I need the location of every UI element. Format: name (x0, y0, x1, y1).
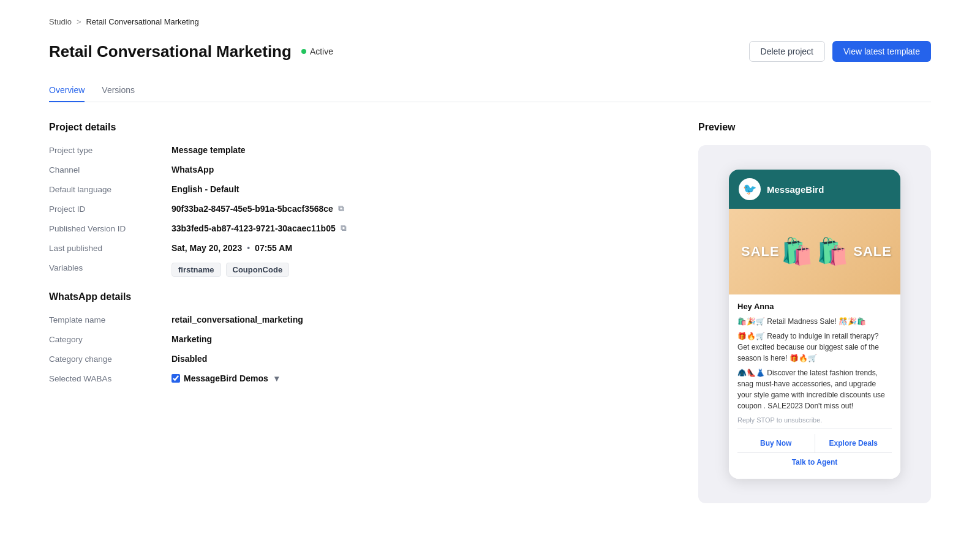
detail-row-published-version-id: Published Version ID 33b3fed5-ab87-4123-… (49, 223, 674, 233)
header-left: Retail Conversational Marketing Active (49, 42, 333, 61)
detail-row-template-name: Template name retail_conversational_mark… (49, 315, 674, 324)
label-category-change: Category change (49, 354, 172, 364)
detail-row-language: Default language English - Default (49, 184, 674, 194)
value-template-name: retail_conversational_marketing (172, 315, 674, 324)
waba-row: MessageBird Demos ▾ (172, 373, 279, 383)
copy-project-id-icon[interactable]: ⧉ (338, 204, 344, 214)
detail-row-last-published: Last published Sat, May 20, 2023 • 07:55… (49, 243, 674, 253)
tab-versions[interactable]: Versions (102, 79, 135, 102)
label-channel: Channel (49, 165, 172, 174)
view-latest-template-button[interactable]: View latest template (832, 41, 931, 62)
preview-title: Preview (698, 122, 931, 133)
published-date: Sat, May 20, 2023 (172, 243, 242, 253)
detail-row-channel: Channel WhatsApp (49, 165, 674, 174)
value-project-id: 90f33ba2-8457-45e5-b91a-5bcacf3568ce ⧉ (172, 204, 674, 214)
bag-left: 🛍️ (781, 239, 813, 264)
status-label: Active (310, 47, 333, 56)
whatsapp-details-title: WhatsApp details (49, 291, 674, 302)
label-last-published: Last published (49, 243, 172, 253)
detail-row-category-change: Category change Disabled (49, 354, 674, 364)
detail-row-selected-wabas: Selected WABAs MessageBird Demos ▾ (49, 373, 674, 383)
tags-row: firstname CouponCode (172, 263, 289, 277)
phone-mockup: 🐦 MessageBird 🛍️ 🛍️ SALE SALE (729, 170, 900, 479)
page-header: Retail Conversational Marketing Active D… (49, 41, 931, 62)
message-unsub: Reply STOP to unsubscribe. (737, 416, 892, 424)
tag-couponcode: CouponCode (226, 263, 290, 277)
detail-row-variables: Variables firstname CouponCode (49, 263, 674, 277)
value-channel: WhatsApp (172, 165, 674, 174)
bag-right: 🛍️ (816, 239, 848, 264)
label-project-type: Project type (49, 145, 172, 155)
breadcrumb-parent[interactable]: Studio (49, 17, 72, 26)
project-details-title: Project details (49, 122, 674, 133)
tabs: Overview Versions (49, 79, 931, 102)
value-last-published: Sat, May 20, 2023 • 07:55 AM (172, 243, 674, 253)
delete-project-button[interactable]: Delete project (749, 41, 825, 62)
buy-now-button[interactable]: Buy Now (737, 434, 815, 452)
message-line2: 🎁🔥🛒 Ready to indulge in retail therapy? … (737, 331, 892, 364)
message-greeting: Hey Anna (737, 302, 892, 311)
waba-name: MessageBird Demos (184, 373, 268, 383)
label-language: Default language (49, 184, 172, 194)
message-line1: 🛍️🎉🛒 Retail Madness Sale! 🎊🎉🛍️ (737, 316, 892, 327)
detail-row-project-id: Project ID 90f33ba2-8457-45e5-b91a-5bcac… (49, 204, 674, 214)
value-variables: firstname CouponCode (172, 263, 674, 277)
details-panel: Project details Project type Message tem… (49, 122, 674, 503)
label-template-name: Template name (49, 315, 172, 324)
value-category-change: Disabled (172, 354, 674, 364)
label-selected-wabas: Selected WABAs (49, 373, 172, 383)
value-selected-wabas: MessageBird Demos ▾ (172, 373, 674, 383)
label-project-id: Project ID (49, 204, 172, 214)
copy-published-version-id-icon[interactable]: ⧉ (341, 223, 346, 233)
messenger-name: MessageBird (767, 184, 824, 195)
value-category: Marketing (172, 334, 674, 344)
value-published-version-id: 33b3fed5-ab87-4123-9721-30acaec11b05 ⧉ (172, 223, 674, 233)
message-line3: 🧥👠👗 Discover the latest fashion trends, … (737, 367, 892, 411)
waba-chevron-icon[interactable]: ▾ (274, 373, 279, 383)
sale-label-right: SALE (853, 244, 892, 260)
tab-overview[interactable]: Overview (49, 79, 85, 102)
detail-row-project-type: Project type Message template (49, 145, 674, 155)
detail-row-category: Category Marketing (49, 334, 674, 344)
label-variables: Variables (49, 263, 172, 272)
value-project-type: Message template (172, 145, 674, 155)
sale-label-left: SALE (741, 244, 780, 260)
messenger-avatar: 🐦 (739, 178, 761, 200)
waba-checkbox[interactable] (172, 374, 180, 383)
tag-firstname: firstname (172, 263, 221, 277)
value-language: English - Default (172, 184, 674, 194)
bags-illustration: 🛍️ 🛍️ (781, 239, 848, 264)
message-body: Hey Anna 🛍️🎉🛒 Retail Madness Sale! 🎊🎉🛍️ … (729, 294, 900, 479)
messenger-logo: 🐦 (743, 182, 756, 196)
status-dot (301, 49, 306, 54)
explore-deals-button[interactable]: Explore Deals (815, 434, 892, 452)
label-published-version-id: Published Version ID (49, 223, 172, 233)
breadcrumb: Studio > Retail Conversational Marketing (49, 17, 931, 26)
label-category: Category (49, 334, 172, 344)
page-title: Retail Conversational Marketing (49, 42, 292, 61)
status-badge: Active (301, 47, 333, 56)
header-actions: Delete project View latest template (749, 41, 931, 62)
content-area: Project details Project type Message tem… (49, 122, 931, 503)
preview-background: 🐦 MessageBird 🛍️ 🛍️ SALE SALE (698, 145, 931, 503)
preview-panel: Preview 🐦 MessageBird 🛍️ 🛍️ (698, 122, 931, 503)
phone-header: 🐦 MessageBird (729, 170, 900, 209)
datetime-sep: • (247, 243, 250, 253)
message-buttons: Buy Now Explore Deals Talk to Agent (737, 429, 892, 471)
message-image: 🛍️ 🛍️ SALE SALE (729, 209, 900, 294)
breadcrumb-separator: > (77, 17, 81, 26)
breadcrumb-current: Retail Conversational Marketing (86, 17, 198, 26)
talk-to-agent-button[interactable]: Talk to Agent (737, 452, 892, 471)
published-time: 07:55 AM (255, 243, 292, 253)
message-btn-row: Buy Now Explore Deals (737, 434, 892, 452)
